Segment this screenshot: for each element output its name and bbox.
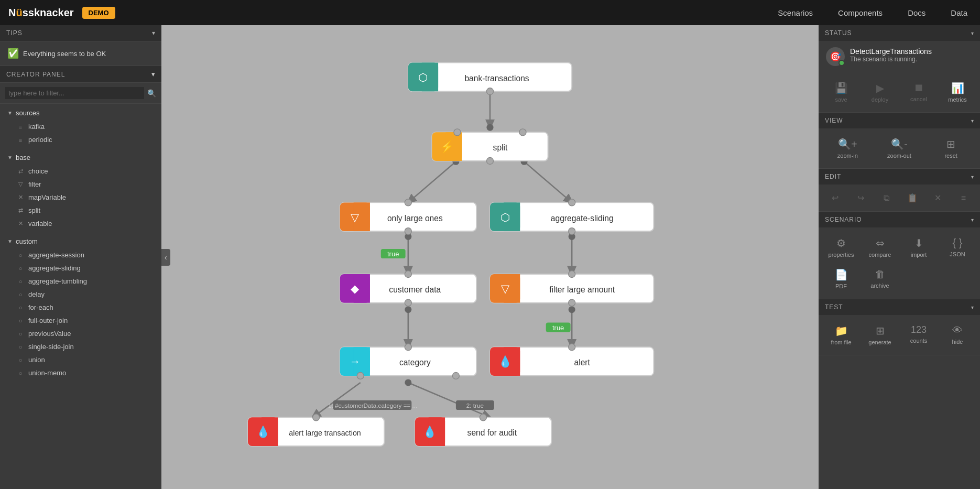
svg-text:💧: 💧 — [423, 425, 437, 439]
svg-line-6 — [524, 161, 572, 202]
zoom-in-icon: 🔍+ — [838, 138, 857, 150]
scenario-title: SCENARIO — [825, 216, 862, 223]
list-item[interactable]: ○ aggregate-tumbling — [0, 275, 161, 288]
list-item[interactable]: ○ aggregate-session — [0, 248, 161, 262]
cancel-button[interactable]: ⏹ cancel — [900, 78, 937, 107]
status-title: STATUS — [825, 29, 852, 37]
svg-point-85 — [569, 344, 575, 351]
canvas-area[interactable]: true true 1: #customerData.category = — [161, 25, 819, 489]
archive-button[interactable]: 🗑 archive — [862, 264, 898, 294]
nav-components[interactable]: Components — [834, 6, 887, 19]
periodic-icon: ≡ — [17, 137, 24, 143]
list-item[interactable]: ≡ kafka — [0, 120, 161, 133]
svg-point-43 — [486, 157, 493, 164]
scenario-arrow-icon: ▾ — [971, 217, 974, 223]
list-item[interactable]: ○ single-side-join — [0, 340, 161, 353]
status-icon: 🎯 — [826, 47, 845, 66]
sources-group-header[interactable]: ▼ sources — [0, 106, 161, 120]
status-running-dot — [839, 60, 845, 66]
list-item[interactable]: ≡ periodic — [0, 133, 161, 146]
list-item[interactable]: ○ union — [0, 353, 161, 366]
list-item[interactable]: ⇄ split — [0, 204, 161, 217]
undo-button[interactable]: ↩ — [823, 189, 847, 207]
svg-text:aggregate-sliding: aggregate-sliding — [551, 214, 614, 223]
svg-point-91 — [313, 414, 320, 421]
pdf-button[interactable]: 📄 PDF — [823, 264, 859, 294]
import-button[interactable]: ⬇ import — [900, 233, 937, 262]
compare-button[interactable]: ⇔ compare — [862, 233, 898, 262]
right-panel: STATUS ▾ 🎯 DetectLargeTransactions The s… — [819, 25, 980, 489]
list-item[interactable]: ○ previousValue — [0, 327, 161, 340]
test-arrow-icon: ▾ — [971, 305, 974, 310]
agg-sliding-icon: ○ — [17, 265, 24, 271]
svg-text:true: true — [552, 324, 564, 332]
nav-data[interactable]: Data — [946, 6, 972, 19]
previousvalue-label: previousValue — [28, 330, 71, 338]
edit-arrow-icon: ▾ — [971, 174, 974, 180]
svg-text:💧: 💧 — [498, 355, 512, 368]
save-button[interactable]: 💾 save — [823, 78, 859, 107]
list-item[interactable]: ✕ variable — [0, 217, 161, 230]
from-file-button[interactable]: 📁 from file — [823, 320, 859, 350]
svg-text:💧: 💧 — [256, 425, 270, 439]
tips-ok-icon: ✅ — [7, 48, 19, 59]
hide-button[interactable]: 👁 hide — [939, 320, 976, 350]
svg-text:only large ones: only large ones — [387, 214, 443, 223]
generate-button[interactable]: ⊞ generate — [862, 320, 898, 350]
list-item[interactable]: ○ delay — [0, 288, 161, 301]
list-item[interactable]: ▽ filter — [0, 178, 161, 191]
properties-button[interactable]: ⚙ properties — [823, 233, 859, 262]
custom-group-header[interactable]: ▼ custom — [0, 234, 161, 248]
svg-point-78 — [357, 372, 364, 379]
list-item[interactable]: ○ for-each — [0, 301, 161, 314]
delete-button[interactable]: ✕ — [925, 189, 950, 207]
list-item[interactable]: ○ union-memo — [0, 366, 161, 379]
scenario-name: DetectLargeTransactions — [850, 47, 932, 56]
zoom-in-button[interactable]: 🔍+ zoom-in — [823, 134, 873, 163]
base-label: base — [16, 154, 30, 161]
scenario-toolbar: ⚙ properties ⇔ compare ⬇ import { } JSON… — [819, 227, 980, 299]
hide-icon: 👁 — [952, 324, 963, 336]
canvas-collapse-button[interactable]: ‹ — [161, 249, 170, 266]
deploy-button[interactable]: ▶ deploy — [862, 78, 898, 107]
redo-button[interactable]: ↪ — [848, 189, 873, 207]
nav-scenarios[interactable]: Scenarios — [774, 6, 817, 19]
json-icon: { } — [953, 237, 963, 249]
list-item[interactable]: ○ full-outer-join — [0, 314, 161, 327]
search-input[interactable] — [5, 87, 144, 99]
split-icon: ⇄ — [17, 207, 24, 214]
metrics-button[interactable]: 📊 metrics — [939, 78, 976, 107]
json-button[interactable]: { } JSON — [939, 233, 976, 262]
custom-arrow-icon: ▼ — [7, 238, 13, 244]
more-button[interactable]: ≡ — [951, 189, 976, 207]
list-item[interactable]: ○ aggregate-sliding — [0, 262, 161, 275]
edit-section: EDIT ▾ ↩ ↪ ⧉ 📋 ✕ ≡ — [819, 169, 980, 212]
svg-point-70 — [569, 271, 575, 278]
split-label: split — [28, 207, 40, 214]
base-group-header[interactable]: ▼ base — [0, 150, 161, 165]
counts-button[interactable]: 123 counts — [900, 320, 937, 350]
status-section: STATUS ▾ 🎯 DetectLargeTransactions The s… — [819, 25, 980, 113]
foreach-label: for-each — [28, 303, 53, 311]
paste-button[interactable]: 📋 — [900, 189, 924, 207]
copy-button[interactable]: ⧉ — [874, 189, 899, 207]
svg-text:split: split — [493, 143, 508, 152]
reset-view-button[interactable]: ⊞ reset — [926, 134, 976, 163]
creator-panel-arrow-icon: ▾ — [151, 70, 155, 78]
svg-text:⬡: ⬡ — [500, 211, 510, 223]
svg-point-50 — [405, 228, 411, 235]
svg-line-4 — [408, 161, 456, 202]
list-item[interactable]: ⇄ choice — [0, 165, 161, 178]
variable-icon: ✕ — [17, 220, 24, 227]
tips-arrow-icon: ▾ — [152, 29, 155, 37]
zoom-out-button[interactable]: 🔍- zoom-out — [875, 134, 924, 163]
flow-diagram: true true 1: #customerData.category = — [161, 25, 819, 489]
demo-badge: DEMO — [82, 7, 115, 19]
singlesidejoin-icon: ○ — [17, 344, 24, 350]
archive-icon: 🗑 — [875, 268, 885, 280]
list-item[interactable]: ✕ mapVariable — [0, 191, 161, 204]
properties-icon: ⚙ — [836, 237, 846, 249]
nav-docs[interactable]: Docs — [903, 6, 930, 19]
svg-text:send for audit: send for audit — [467, 428, 517, 437]
svg-text:◆: ◆ — [351, 282, 360, 295]
